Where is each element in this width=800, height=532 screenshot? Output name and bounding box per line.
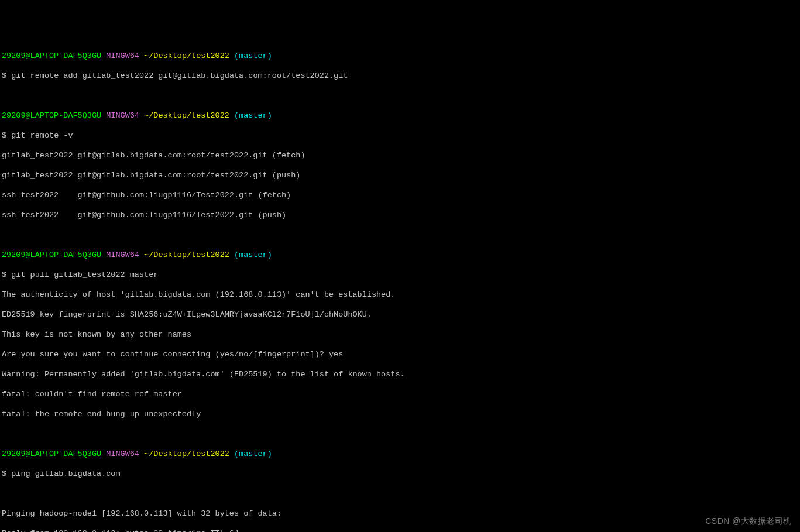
cmd-git-pull: git pull gitlab_test2022 master	[11, 270, 158, 279]
output-line: gitlab_test2022 git@gitlab.bigdata.com:r…	[2, 150, 798, 160]
output-line: ED25519 key fingerprint is SHA256:uZ4W+I…	[2, 310, 798, 320]
prompt-branch: (master)	[234, 111, 272, 120]
prompt-shell: MINGW64	[106, 52, 139, 60]
output-line: gitlab_test2022 git@gitlab.bigdata.com:r…	[2, 170, 798, 180]
output-line: Pinging hadoop-node1 [192.168.0.113] wit…	[2, 509, 798, 519]
cmd-git-remote-add: git remote add gitlab_test2022 git@gitla…	[11, 71, 348, 80]
prompt-symbol: $	[2, 71, 6, 80]
prompt-shell: MINGW64	[106, 250, 139, 259]
prompt-path: ~/Desktop/test2022	[144, 449, 229, 458]
output-line: This key is not known by any other names	[2, 330, 798, 339]
output-line: Are you sure you want to continue connec…	[2, 349, 798, 359]
cmd-ping: ping gitlab.bigdata.com	[11, 469, 120, 478]
prompt-user-host: 29209@LAPTOP-DAF5Q3GU	[2, 250, 101, 259]
prompt-symbol: $	[2, 131, 6, 140]
output-line: fatal: couldn't find remote ref master	[2, 389, 798, 399]
output-line: The authenticity of host 'gitlab.bigdata…	[2, 290, 798, 300]
output-line: ssh_test2022 git@github.com:liugp1116/Te…	[2, 210, 798, 220]
prompt-shell: MINGW64	[106, 111, 139, 120]
prompt-symbol: $	[2, 469, 6, 478]
terminal-output[interactable]: 29209@LAPTOP-DAF5Q3GU MINGW64 ~/Desktop/…	[2, 41, 798, 532]
output-line: ssh_test2022 git@github.com:liugp1116/Te…	[2, 190, 798, 200]
prompt-path: ~/Desktop/test2022	[144, 52, 229, 60]
prompt-symbol: $	[2, 270, 6, 279]
output-line: Warning: Permanently added 'gitlab.bigda…	[2, 369, 798, 379]
output-line: Reply from 192.168.0.113: bytes=32 time<…	[2, 528, 798, 532]
prompt-path: ~/Desktop/test2022	[144, 250, 229, 259]
prompt-branch: (master)	[234, 250, 272, 259]
output-line: fatal: the remote end hung up unexpected…	[2, 409, 798, 419]
prompt-user-host: 29209@LAPTOP-DAF5Q3GU	[2, 111, 101, 120]
prompt-branch: (master)	[234, 52, 272, 60]
prompt-path: ~/Desktop/test2022	[144, 111, 229, 120]
blank-line	[2, 489, 798, 499]
prompt-user-host: 29209@LAPTOP-DAF5Q3GU	[2, 52, 101, 60]
csdn-watermark: CSDN @大数据老司机	[705, 516, 792, 526]
prompt-branch: (master)	[234, 449, 272, 458]
prompt-user-host: 29209@LAPTOP-DAF5Q3GU	[2, 449, 101, 458]
cmd-git-remote-v: git remote -v	[11, 131, 73, 140]
prompt-shell: MINGW64	[106, 449, 139, 458]
